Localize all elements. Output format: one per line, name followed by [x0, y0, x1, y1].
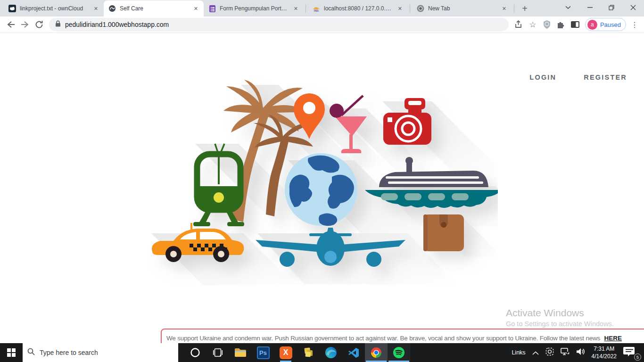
share-icon[interactable] [512, 17, 526, 32]
login-link[interactable]: LOGIN [529, 74, 556, 81]
owncloud-icon [8, 5, 16, 12]
banner-text: We support Ukraine and condemn war. Push… [166, 335, 600, 342]
site-nav: LOGIN REGISTER [529, 74, 627, 81]
phpmyadmin-icon: PMA [313, 5, 320, 12]
gold-cubes-app-button[interactable] [297, 343, 320, 362]
back-button[interactable] [4, 17, 18, 32]
xampp-button[interactable]: X [274, 343, 297, 362]
tab-google-forms[interactable]: Form Pengumpulan Portofoli ✕ [204, 0, 304, 16]
file-explorer-button[interactable] [229, 343, 252, 362]
taskbar-clock[interactable]: 7:31 AM 4/14/2022 [592, 345, 617, 360]
cortana-button[interactable] [184, 343, 206, 362]
profile-avatar: a [587, 20, 597, 30]
edge-button[interactable] [320, 343, 342, 362]
tab-self-care-active[interactable]: Self Care ✕ [104, 0, 204, 16]
clock-date: 4/14/2022 [592, 353, 617, 360]
window-controls [557, 0, 644, 16]
system-tray: Links 7:31 AM 4/14/2022 5 [512, 345, 644, 360]
lock-icon [55, 20, 61, 29]
tab-close-icon[interactable]: ✕ [500, 5, 508, 13]
xampp-icon: X [280, 346, 292, 359]
screen-snip-tray-icon[interactable] [545, 347, 554, 358]
globe [285, 153, 357, 226]
tray-chevron-up-icon[interactable] [532, 348, 539, 357]
extension-shield-icon[interactable] [540, 17, 554, 32]
chrome-tab-strip: linkproject.txt - ownCloud ✕ Self Care ✕… [0, 0, 644, 16]
tab-close-icon[interactable]: ✕ [292, 5, 300, 13]
tab-separator [514, 4, 514, 13]
notification-count-badge: 5 [634, 354, 641, 361]
photoshop-icon: Ps [257, 346, 270, 359]
tab-title: linkproject.txt - ownCloud [20, 5, 88, 12]
extensions-puzzle-icon[interactable] [554, 17, 568, 32]
tab-title: Form Pengumpulan Portofoli [220, 5, 288, 12]
close-window-button[interactable] [622, 0, 644, 15]
network-tray-icon[interactable] [561, 348, 570, 357]
browser-menu-kebab-icon[interactable]: ⋮ [629, 20, 640, 29]
windows-taskbar: Ps X [0, 343, 644, 362]
search-icon [27, 348, 35, 357]
notification-center-button[interactable]: 5 [623, 346, 639, 360]
suitcase [423, 214, 464, 251]
side-panel-icon[interactable] [568, 17, 582, 32]
address-bar[interactable]: pedulidiriand1.000webhostapp.com [49, 18, 509, 31]
clock-time: 7:31 AM [592, 345, 617, 353]
register-link[interactable]: REGISTER [584, 74, 627, 81]
tab-owncloud[interactable]: linkproject.txt - ownCloud ✕ [4, 0, 104, 16]
forward-button[interactable] [18, 17, 32, 32]
chrome-gray-icon [417, 5, 424, 12]
travel-illustration [144, 78, 498, 285]
chrome-toolbar: pedulidiriand1.000webhostapp.com ☆ a Pau… [0, 16, 644, 33]
links-toolbar-label[interactable]: Links [512, 349, 525, 356]
tab-close-icon[interactable]: ✕ [192, 5, 200, 13]
activate-windows-watermark: Activate Windows Go to Settings to activ… [506, 307, 614, 328]
tab-title: New Tab [428, 5, 496, 12]
profile-paused-chip[interactable]: a Paused [585, 18, 626, 31]
ukraine-support-banner: We support Ukraine and condemn war. Push… [161, 329, 644, 343]
url-text: pedulidiriand1.000webhostapp.com [65, 21, 169, 28]
photoshop-button[interactable]: Ps [252, 343, 274, 362]
reload-button[interactable] [32, 17, 46, 32]
restore-button[interactable] [601, 0, 622, 15]
tab-close-icon[interactable]: ✕ [396, 5, 404, 13]
new-tab-button[interactable]: + [518, 2, 531, 15]
tab-title: localhost:8080 / 127.0.0.1 | p [324, 5, 392, 12]
start-button[interactable] [0, 343, 23, 362]
webpage-viewport: LOGIN REGISTER [0, 33, 644, 343]
taskbar-search-input[interactable] [40, 349, 162, 356]
desktop-screen: linkproject.txt - ownCloud ✕ Self Care ✕… [0, 0, 644, 362]
tab-separator [410, 4, 410, 13]
tab-title: Self Care [120, 5, 188, 12]
paused-label: Paused [600, 21, 621, 28]
tab-phpmyadmin[interactable]: PMA localhost:8080 / 127.0.0.1 | p ✕ [308, 0, 408, 16]
tab-new-tab[interactable]: New Tab ✕ [412, 0, 512, 16]
chrome-button-active[interactable] [365, 343, 388, 362]
task-view-button[interactable] [206, 343, 229, 362]
pma-label: PMA [314, 10, 319, 12]
bookmark-star-icon[interactable]: ☆ [526, 17, 540, 32]
watermark-subtitle: Go to Settings to activate Windows. [506, 320, 614, 328]
watermark-title: Activate Windows [506, 307, 614, 319]
taskbar-search[interactable] [23, 343, 178, 362]
tab-close-icon[interactable]: ✕ [92, 5, 100, 13]
minimize-button[interactable] [579, 0, 601, 15]
spotify-button[interactable] [388, 343, 410, 362]
tab-search-chevron-icon[interactable] [557, 0, 579, 15]
volume-tray-icon[interactable] [576, 348, 585, 357]
banner-here-link[interactable]: HERE [604, 335, 622, 342]
google-forms-icon [208, 5, 216, 12]
tab-separator [305, 4, 306, 13]
vscode-button[interactable] [342, 343, 365, 362]
selfcare-site-icon [108, 5, 116, 12]
